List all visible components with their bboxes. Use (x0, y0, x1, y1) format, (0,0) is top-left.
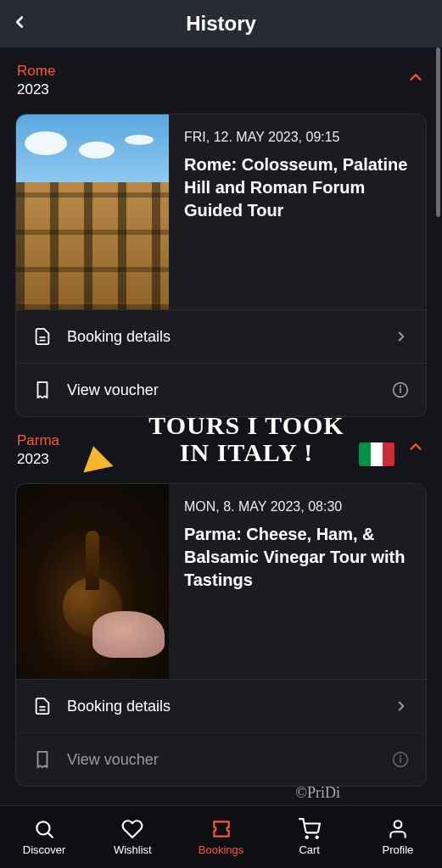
booking-details-button[interactable]: Booking details (16, 679, 426, 732)
back-button[interactable] (10, 13, 29, 35)
cart-icon (299, 818, 321, 840)
booking-details-button[interactable]: Booking details (16, 309, 426, 363)
voucher-icon (33, 750, 52, 769)
booking-date: MON, 8. MAY 2023, 08:30 (184, 499, 414, 515)
section-year: 2023 (17, 81, 55, 98)
view-voucher-label: View voucher (67, 751, 159, 769)
svg-point-14 (394, 821, 402, 828)
nav-discover[interactable]: Discover (0, 806, 88, 868)
booking-image (16, 114, 169, 309)
svg-point-13 (316, 837, 317, 838)
booking-card: MON, 8. MAY 2023, 08:30 Parma: Cheese, H… (15, 483, 427, 787)
italy-flag-icon (359, 442, 394, 466)
section-city: Parma (17, 432, 59, 449)
chevron-up-icon (406, 437, 425, 456)
card-summary[interactable]: MON, 8. MAY 2023, 08:30 Parma: Cheese, H… (16, 484, 426, 679)
ticket-icon (210, 818, 232, 840)
search-icon (33, 818, 55, 840)
section-year: 2023 (17, 451, 59, 468)
document-icon (33, 697, 52, 715)
chevron-right-icon (394, 329, 409, 344)
booking-title: Rome: Colosseum, Palatine Hill and Roman… (184, 153, 414, 222)
section-city: Rome (17, 63, 55, 80)
info-icon (392, 751, 409, 768)
booking-date: FRI, 12. MAY 2023, 09:15 (184, 130, 414, 145)
svg-point-4 (400, 386, 401, 387)
booking-details-label: Booking details (67, 328, 171, 346)
nav-bookings[interactable]: Bookings (176, 806, 265, 868)
section-header-rome[interactable]: Rome 2023 (0, 47, 442, 107)
view-voucher-label: View voucher (67, 381, 159, 399)
card-summary[interactable]: FRI, 12. MAY 2023, 09:15 Rome: Colosseum… (16, 114, 426, 309)
svg-line-11 (48, 833, 53, 837)
chevron-left-icon (10, 13, 29, 31)
voucher-icon (33, 381, 52, 399)
header: History (0, 0, 442, 47)
booking-image (16, 484, 169, 679)
booking-card: FRI, 12. MAY 2023, 09:15 Rome: Colosseum… (15, 114, 427, 417)
bottom-nav: Discover Wishlist Bookings Cart Profile (0, 805, 442, 868)
info-icon (392, 381, 409, 398)
page-title: History (186, 12, 256, 36)
svg-point-9 (400, 755, 401, 756)
document-icon (33, 327, 52, 346)
nav-wishlist[interactable]: Wishlist (88, 806, 176, 868)
booking-title: Parma: Cheese, Ham, & Balsamic Vinegar T… (184, 523, 414, 592)
view-voucher-button[interactable]: View voucher (16, 732, 426, 786)
content: Rome 2023 FRI, 12. MAY 2023, 09:15 Rome:… (0, 47, 442, 805)
chevron-right-icon (394, 698, 409, 714)
heart-icon (121, 818, 143, 840)
view-voucher-button[interactable]: View voucher (16, 363, 426, 416)
nav-cart[interactable]: Cart (266, 806, 354, 868)
profile-icon (387, 818, 409, 840)
chevron-up-icon (406, 68, 425, 86)
svg-point-12 (305, 837, 307, 838)
nav-profile[interactable]: Profile (354, 806, 442, 868)
booking-details-label: Booking details (67, 698, 171, 715)
